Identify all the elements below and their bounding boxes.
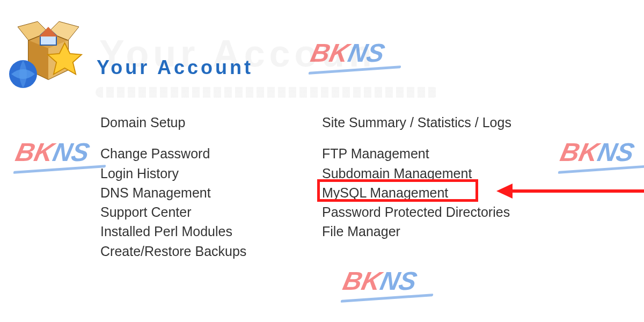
link-domain-setup[interactable]: Domain Setup xyxy=(100,113,246,132)
right-gap xyxy=(322,132,511,144)
watermark-bkns: BKNS xyxy=(13,140,92,165)
link-support-center[interactable]: Support Center xyxy=(100,202,246,222)
link-password-protected-directories[interactable]: Password Protected Directories xyxy=(322,202,511,222)
account-links-right: Site Summary / Statistics / Logs FTP Man… xyxy=(322,113,511,241)
link-file-manager[interactable]: File Manager xyxy=(322,222,511,241)
page-title: Your Account xyxy=(97,56,253,79)
link-dns-management[interactable]: DNS Management xyxy=(100,183,246,202)
watermark-underline xyxy=(13,165,106,174)
annotation-arrow-icon xyxy=(496,187,644,195)
highlight-mysql-management xyxy=(317,179,478,202)
left-gap xyxy=(100,132,246,144)
account-icon xyxy=(8,11,89,91)
link-ftp-management[interactable]: FTP Management xyxy=(322,144,511,163)
watermark-bkns: BKNS xyxy=(558,140,636,165)
account-header xyxy=(8,11,89,91)
watermark-bkns: BKNS xyxy=(341,268,419,294)
title-underline-dots xyxy=(96,87,439,98)
watermark-underline xyxy=(558,165,644,174)
watermark-underline xyxy=(341,294,434,303)
link-login-history[interactable]: Login History xyxy=(100,164,246,183)
link-change-password[interactable]: Change Password xyxy=(100,144,246,163)
link-create-restore-backups[interactable]: Create/Restore Backups xyxy=(100,241,246,261)
link-site-summary[interactable]: Site Summary / Statistics / Logs xyxy=(322,113,511,132)
account-links-left: Domain Setup Change Password Login Histo… xyxy=(100,113,246,261)
link-installed-perl-modules[interactable]: Installed Perl Modules xyxy=(100,222,246,241)
